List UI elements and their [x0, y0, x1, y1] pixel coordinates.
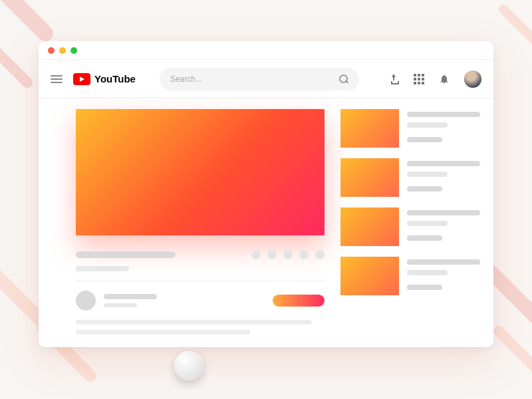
divider: [76, 281, 325, 281]
main-column: [76, 109, 325, 336]
bg-decor: [497, 3, 532, 47]
window-titlebar: [39, 41, 493, 60]
upload-icon[interactable]: [388, 74, 399, 84]
suggestion-line-placeholder: [407, 172, 448, 177]
channel-info: [104, 294, 157, 307]
window-maximize-button[interactable]: [70, 47, 77, 54]
video-title-placeholder: [76, 251, 176, 258]
header-actions: [388, 70, 481, 88]
channel-row: [76, 291, 325, 311]
action-button[interactable]: [315, 250, 325, 259]
search-icon[interactable]: [339, 74, 348, 84]
suggestion-thumbnail: [340, 207, 399, 246]
suggestion-line-placeholder: [407, 270, 448, 275]
suggestion-line-placeholder: [407, 235, 442, 241]
user-avatar[interactable]: [464, 70, 481, 88]
bg-decor: [0, 0, 57, 45]
apps-grid-icon[interactable]: [414, 74, 424, 84]
bg-decor: [0, 41, 35, 90]
bg-decor: [491, 324, 532, 378]
suggestion-title-placeholder: [407, 259, 480, 265]
description-line: [76, 320, 312, 325]
hamburger-menu-icon[interactable]: [51, 73, 63, 85]
channel-name-placeholder: [104, 294, 157, 299]
suggestion-line-placeholder: [407, 186, 442, 192]
suggestion-thumbnail: [340, 158, 399, 197]
description-line: [76, 330, 250, 334]
suggestions-sidebar: [340, 109, 480, 336]
page-content: [39, 98, 493, 347]
channel-subs-placeholder: [104, 303, 137, 307]
bell-icon[interactable]: [439, 74, 450, 84]
channel-avatar[interactable]: [76, 291, 96, 311]
brand-name: YouTube: [94, 73, 136, 84]
video-description: [76, 320, 325, 334]
suggestion-thumbnail: [340, 257, 399, 295]
suggestion-meta: [407, 158, 480, 197]
suggestion-title-placeholder: [407, 161, 480, 166]
window-minimize-button[interactable]: [59, 47, 66, 54]
search-input[interactable]: Search...: [160, 68, 359, 90]
action-button[interactable]: [251, 250, 261, 259]
suggestion-meta: [407, 109, 480, 148]
search-placeholder: Search...: [170, 74, 339, 84]
video-title-row: [76, 250, 325, 259]
browser-window: YouTube Search...: [39, 41, 493, 347]
app-header: YouTube Search...: [39, 60, 493, 98]
suggestion-line-placeholder: [407, 285, 442, 290]
suggestion-line-placeholder: [407, 137, 442, 142]
suggestion-line-placeholder: [407, 221, 448, 226]
action-button[interactable]: [267, 250, 277, 259]
suggestion-item[interactable]: [340, 257, 480, 295]
suggestion-meta: [407, 207, 480, 246]
action-button[interactable]: [299, 250, 309, 259]
decorative-knob: [174, 351, 203, 380]
video-views-placeholder: [76, 266, 129, 271]
action-button[interactable]: [283, 250, 293, 259]
play-logo-icon: [73, 73, 90, 85]
brand-logo[interactable]: YouTube: [73, 73, 136, 85]
suggestion-title-placeholder: [407, 210, 480, 215]
suggestion-item[interactable]: [340, 158, 480, 197]
suggestion-meta: [407, 257, 480, 295]
suggestion-thumbnail: [340, 109, 399, 148]
subscribe-button[interactable]: [273, 295, 325, 307]
suggestion-title-placeholder: [407, 112, 480, 117]
suggestion-item[interactable]: [340, 109, 480, 148]
suggestion-item[interactable]: [340, 207, 480, 246]
video-actions: [251, 250, 325, 259]
video-player[interactable]: [76, 109, 325, 235]
suggestion-line-placeholder: [407, 122, 448, 128]
window-close-button[interactable]: [48, 47, 55, 54]
